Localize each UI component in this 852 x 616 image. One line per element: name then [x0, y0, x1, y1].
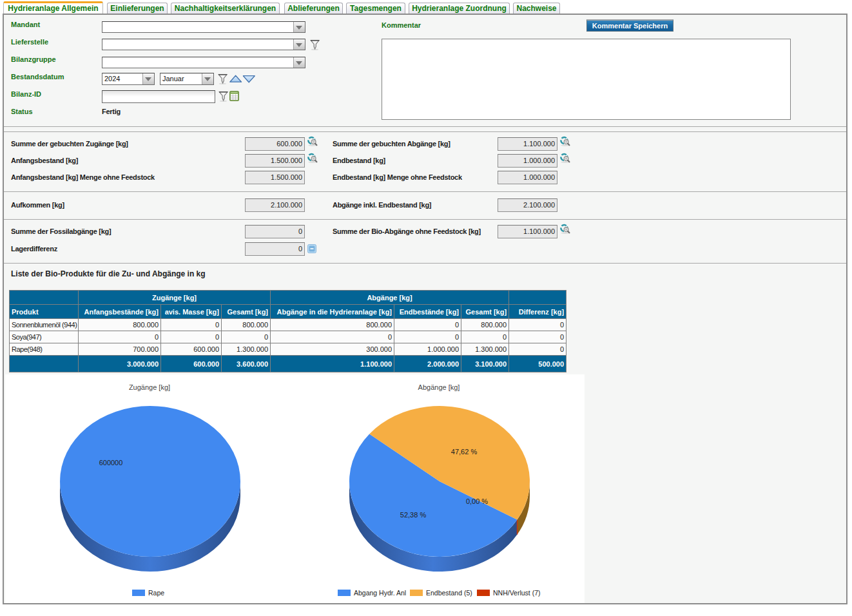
- svg-text:Abgänge [kg]: Abgänge [kg]: [418, 383, 460, 391]
- svg-text:600000: 600000: [99, 459, 123, 467]
- svg-text:0,00 %: 0,00 %: [466, 497, 488, 505]
- svg-text:47,62 %: 47,62 %: [451, 448, 478, 456]
- svg-text:Zugänge [kg]: Zugänge [kg]: [129, 383, 170, 391]
- svg-text:Rape: Rape: [148, 589, 164, 597]
- svg-text:NNH/Verlust (7): NNH/Verlust (7): [493, 589, 541, 597]
- svg-text:52,38 %: 52,38 %: [400, 511, 427, 519]
- svg-text:Abgang Hydr. Anl: Abgang Hydr. Anl: [354, 589, 406, 597]
- svg-text:Endbestand (5): Endbestand (5): [426, 589, 472, 597]
